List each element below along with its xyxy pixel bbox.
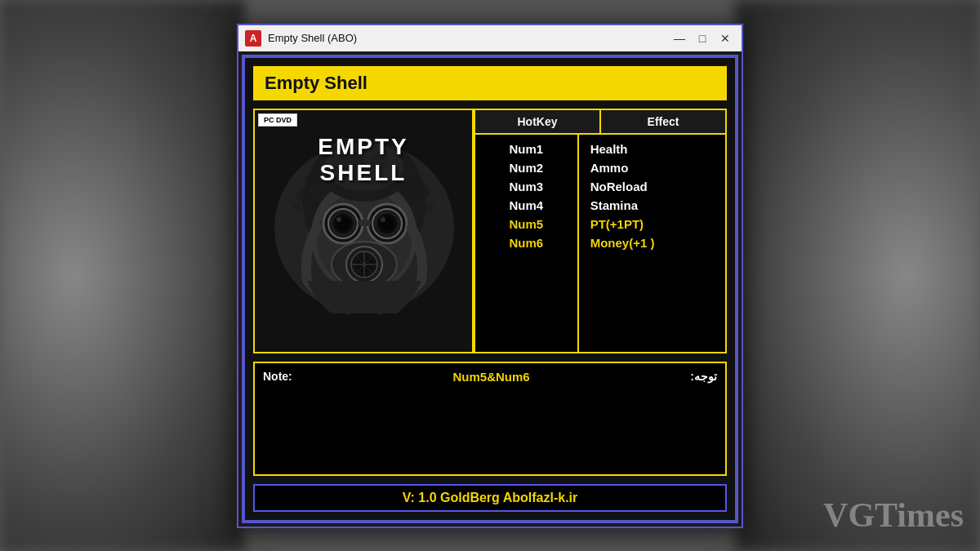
key-num1: Num1: [479, 140, 574, 158]
version-bar: V: 1.0 GoldBerg Abolfazl-k.ir: [253, 484, 727, 512]
app-title: Empty Shell: [265, 73, 368, 93]
window-controls: — □ ✕: [670, 30, 735, 47]
hotkey-rows: Num1 Num2 Num3 Num4 Num5 Num6 Health Amm…: [475, 135, 725, 352]
main-content: Empty Shell PC DVD EMPTY SHELL: [242, 55, 738, 523]
svg-point-13: [381, 217, 385, 222]
note-highlight: Num5&Num6: [452, 370, 529, 384]
effect-noreload: NoReload: [586, 177, 719, 196]
col-header-hotkey: HotKey: [475, 110, 601, 133]
version-text: V: 1.0 GoldBerg Abolfazl-k.ir: [403, 491, 578, 504]
app-title-bar: Empty Shell: [253, 66, 727, 100]
titlebar: A Empty Shell (ABO) — □ ✕: [238, 25, 742, 51]
game-title-line2: SHELL: [258, 160, 469, 186]
note-arabic: توجه:: [690, 370, 717, 384]
effect-pt: PT(+1PT): [586, 215, 719, 233]
hotkey-header: HotKey Effect: [475, 110, 725, 135]
key-num3: Num3: [479, 177, 574, 196]
game-title-line1: EMPTY: [258, 134, 469, 160]
svg-rect-14: [358, 220, 371, 226]
effect-ammo: Ammo: [586, 158, 719, 177]
svg-point-8: [336, 217, 341, 222]
key-num5: Num5: [479, 215, 574, 233]
vgtimes-watermark: VGTimes: [823, 495, 964, 535]
hotkey-effects-col: Health Ammo NoReload Stamina PT(+1PT) Mo…: [579, 135, 725, 352]
svg-point-24: [293, 203, 301, 211]
svg-point-26: [425, 202, 434, 212]
app-window: A Empty Shell (ABO) — □ ✕ Empty Shell PC…: [237, 24, 743, 528]
pc-dvd-badge: PC DVD: [258, 113, 297, 127]
maximize-button[interactable]: □: [693, 30, 712, 47]
game-cover: PC DVD EMPTY SHELL: [253, 109, 474, 353]
hotkey-keys-col: Num1 Num2 Num3 Num4 Num5 Num6: [475, 135, 579, 352]
effect-stamina: Stamina: [586, 196, 719, 215]
mask-container: EMPTY SHELL: [258, 130, 469, 318]
key-num4: Num4: [479, 196, 574, 215]
cover-inner: PC DVD EMPTY SHELL: [255, 110, 472, 352]
window-title: Empty Shell (ABO): [268, 32, 663, 44]
bg-right: [735, 0, 980, 551]
note-label: Note:: [263, 370, 292, 384]
minimize-button[interactable]: —: [670, 30, 689, 47]
key-num6: Num6: [479, 233, 574, 252]
bg-left: [0, 0, 245, 551]
close-button[interactable]: ✕: [715, 30, 735, 47]
effect-money: Money(+1 ): [586, 233, 719, 252]
note-section: Note: Num5&Num6 توجه:: [253, 362, 727, 476]
key-num2: Num2: [479, 158, 574, 177]
note-header: Note: Num5&Num6 توجه:: [263, 370, 717, 384]
hotkey-panel: HotKey Effect Num1 Num2 Num3 Num4 Num5 N…: [474, 109, 727, 353]
col-header-effect: Effect: [601, 110, 725, 133]
content-row: PC DVD EMPTY SHELL: [253, 109, 727, 353]
app-icon: A: [245, 30, 261, 47]
effect-health: Health: [586, 140, 719, 158]
svg-point-23: [296, 189, 310, 202]
